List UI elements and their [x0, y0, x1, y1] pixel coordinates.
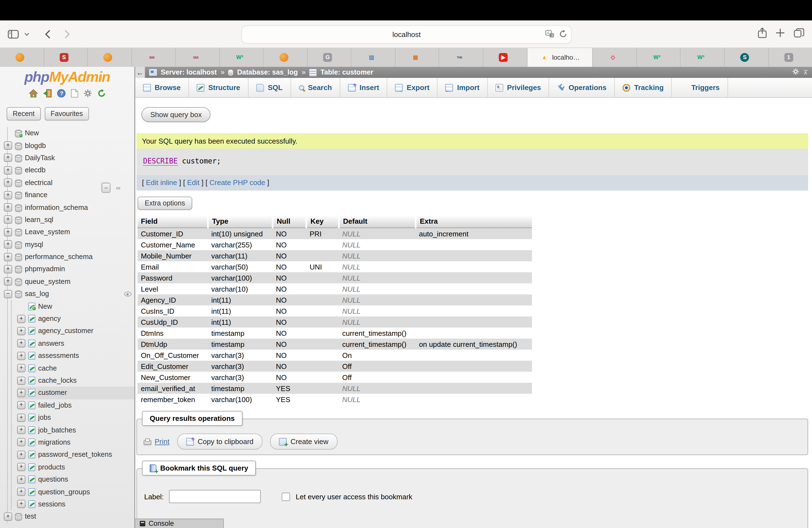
tree-expander-icon[interactable]: + — [4, 203, 12, 211]
tree-item[interactable]: + Leave_system — [4, 226, 134, 238]
browser-tab[interactable]: ▦ — [395, 48, 439, 67]
tree-item[interactable]: + assessments — [17, 350, 134, 362]
browser-tab[interactable]: W³ — [220, 48, 263, 67]
tree-item[interactable]: + sessions — [17, 498, 134, 510]
tree-expander-icon[interactable]: + — [4, 228, 12, 236]
column-header-field[interactable]: Field — [137, 216, 208, 228]
nav-tab[interactable]: Browse — [135, 78, 189, 97]
reload-icon[interactable] — [559, 30, 567, 40]
tree-expander-icon[interactable]: + — [17, 413, 25, 422]
recent-button[interactable]: Recent — [6, 107, 41, 120]
tree-expander-icon[interactable]: + — [4, 253, 12, 261]
tree-item[interactable]: + learn_sql — [4, 214, 134, 226]
nav-tab[interactable]: Tracking — [615, 78, 672, 97]
tree-item[interactable]: + question_groups — [17, 486, 134, 498]
browser-tab[interactable]: G — [308, 48, 352, 67]
tree-item[interactable]: + password_reset_tokens — [17, 449, 134, 461]
nav-tab[interactable]: Operations — [549, 78, 615, 97]
tree-expander-icon[interactable]: + — [4, 142, 12, 150]
tree-item[interactable]: + finance — [4, 189, 134, 201]
sidebar-toggle-icon[interactable] — [8, 30, 19, 39]
tree-item[interactable]: + answers — [17, 337, 134, 350]
browser-tab[interactable]: 1 — [769, 48, 812, 67]
help-icon[interactable]: ? — [57, 89, 66, 100]
extra-options-button[interactable]: Extra options — [137, 196, 192, 210]
copy-to-clipboard-button[interactable]: Copy to clipboard — [177, 434, 262, 450]
browser-tab[interactable]: ▲ localho… — [527, 48, 593, 67]
column-header-key[interactable]: Key — [306, 216, 339, 228]
tree-item[interactable]: + failed_jobs — [17, 399, 134, 411]
tree-expander-icon[interactable]: + — [17, 426, 25, 434]
tree-expander-icon[interactable]: + — [17, 451, 25, 459]
tree-item[interactable]: + cache — [17, 362, 134, 375]
browser-tab[interactable]: W³ — [637, 48, 681, 67]
tree-item[interactable]: + performance_schema — [4, 251, 134, 263]
tree-item[interactable]: + customer — [17, 386, 134, 399]
tree-expander-icon[interactable]: + — [4, 240, 12, 249]
logout-door-icon[interactable] — [43, 89, 52, 100]
tree-item[interactable]: + electrical — [4, 176, 134, 189]
browser-tab[interactable]: ◇ — [593, 48, 637, 67]
breadcrumb-server[interactable]: Server: localhost — [161, 69, 217, 76]
tree-expander-icon[interactable]: + — [17, 488, 25, 496]
browser-tab[interactable]: THN — [439, 48, 483, 67]
tree-item[interactable]: + migrations — [17, 436, 134, 449]
tree-item[interactable]: + cache_locks — [17, 375, 134, 387]
tree-item[interactable]: + agency_customer — [17, 325, 134, 337]
breadcrumb-back-button[interactable]: ← — [135, 67, 145, 78]
breadcrumb-table[interactable]: Table: customer — [320, 69, 373, 76]
tree-expander-icon[interactable]: + — [17, 364, 25, 372]
tree-expander-icon[interactable]: + — [4, 278, 12, 286]
tree-item[interactable]: + questions — [17, 473, 134, 486]
tree-item[interactable]: + elecdb — [4, 164, 134, 176]
page-settings-gear-icon[interactable] — [792, 68, 799, 77]
tree-item[interactable]: New — [4, 127, 134, 140]
tree-item[interactable]: + job_batches — [17, 424, 134, 436]
browser-tab[interactable]: ▤ — [352, 48, 395, 67]
tree-item[interactable]: + products — [17, 461, 134, 473]
collapse-panel-icon[interactable]: ∧ — [803, 70, 808, 75]
browser-tab[interactable]: W³ — [681, 48, 725, 67]
tree-expander-icon[interactable]: + — [4, 179, 12, 187]
tree-expander-icon[interactable]: + — [17, 500, 25, 509]
share-icon[interactable] — [758, 28, 767, 40]
tree-item[interactable]: + jobs — [17, 411, 134, 424]
query-edit-link[interactable]: Create PHP code — [209, 178, 265, 187]
phpmyadmin-logo[interactable]: phpMyAdmin — [0, 69, 134, 86]
tree-expander-icon[interactable]: + — [4, 166, 12, 175]
tree-item[interactable]: − sas_log — [4, 288, 134, 300]
console-bar[interactable]: Console — [135, 518, 224, 528]
nav-tab[interactable]: Privileges — [488, 78, 549, 97]
documentation-icon[interactable] — [70, 89, 78, 100]
nav-tab[interactable]: SQL — [249, 78, 291, 97]
every-user-label[interactable]: Let every user access this bookmark — [296, 493, 412, 501]
browser-tab[interactable]: SAS — [132, 48, 176, 67]
tree-expander-icon[interactable]: − — [4, 290, 12, 298]
tree-item[interactable]: + information_schema — [4, 201, 134, 214]
reload-navigation-icon[interactable] — [97, 89, 106, 100]
browser-tab[interactable]: S — [725, 48, 769, 67]
tree-expander-icon[interactable]: + — [4, 216, 12, 224]
tree-expander-icon[interactable]: + — [17, 377, 25, 385]
tree-expander-icon[interactable]: + — [4, 191, 12, 199]
tree-expander-icon[interactable]: + — [17, 475, 25, 484]
every-user-checkbox[interactable] — [282, 493, 290, 501]
print-link[interactable]: Print — [144, 437, 169, 446]
browser-tab[interactable] — [0, 48, 44, 67]
browser-tab[interactable] — [88, 48, 132, 67]
tree-expander-icon[interactable]: + — [17, 314, 25, 323]
show-query-box-button[interactable]: Show query box — [141, 107, 211, 122]
tree-item[interactable]: + DailyTask — [4, 152, 134, 164]
column-header-extra[interactable]: Extra — [416, 216, 532, 228]
tree-expander-icon[interactable]: + — [17, 352, 25, 360]
tree-item[interactable]: + agency — [17, 312, 134, 325]
tree-expander-icon[interactable]: + — [17, 389, 25, 397]
nav-tab[interactable]: Triggers — [672, 78, 728, 97]
tree-item[interactable]: New — [17, 300, 134, 312]
browser-tab[interactable]: ▶ — [483, 48, 527, 67]
tree-expander-icon[interactable]: + — [17, 339, 25, 348]
bookmark-label-input[interactable] — [169, 490, 261, 503]
address-bar[interactable]: localhost A文 — [242, 25, 572, 44]
new-tab-icon[interactable] — [775, 28, 785, 40]
tree-item[interactable]: + phpmyadmin — [4, 263, 134, 276]
